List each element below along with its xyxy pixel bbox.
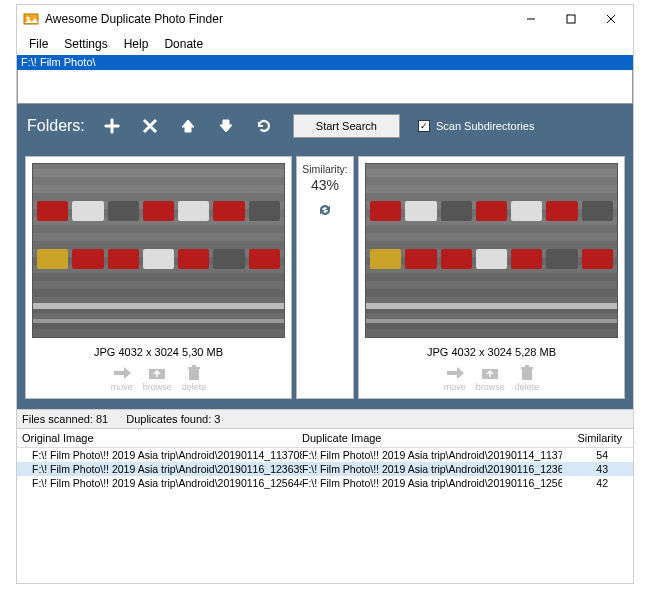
left-image-actions: move browse delete (111, 364, 207, 392)
check-icon: ✓ (418, 120, 430, 132)
right-browse-button[interactable]: browse (476, 364, 505, 392)
trash-icon (516, 364, 538, 382)
left-browse-button[interactable]: browse (143, 364, 172, 392)
table-row[interactable]: F:\! Film Photo\!! 2019 Asia trip\Androi… (17, 462, 633, 476)
window-controls (511, 6, 631, 32)
status-bar: Files scanned: 81 Duplicates found: 3 (17, 409, 633, 429)
similarity-column: Similarity: 43% (296, 156, 354, 399)
col-duplicate[interactable]: Duplicate Image (302, 432, 562, 444)
folder-up-icon (146, 364, 168, 382)
arrow-right-icon (111, 364, 133, 382)
results-header: Original Image Duplicate Image Similarit… (17, 429, 633, 448)
right-image-actions: move browse delete (444, 364, 540, 392)
undo-icon[interactable] (253, 115, 275, 137)
titlebar: Awesome Duplicate Photo Finder (17, 5, 633, 33)
right-image-meta: JPG 4032 x 3024 5,28 MB (427, 346, 556, 358)
cell-duplicate: F:\! Film Photo\!! 2019 Asia trip\Androi… (302, 449, 562, 461)
arrow-right-icon (444, 364, 466, 382)
left-image-preview[interactable] (32, 163, 285, 338)
menu-settings[interactable]: Settings (56, 35, 115, 53)
start-search-button[interactable]: Start Search (293, 114, 400, 138)
scan-subdirectories-checkbox[interactable]: ✓ Scan Subdirectories (418, 120, 534, 132)
col-original[interactable]: Original Image (22, 432, 302, 444)
cell-original: F:\! Film Photo\!! 2019 Asia trip\Androi… (22, 463, 302, 475)
app-window: Awesome Duplicate Photo Finder File Sett… (16, 4, 634, 584)
scan-subdirectories-label: Scan Subdirectories (436, 120, 534, 132)
cell-original: F:\! Film Photo\!! 2019 Asia trip\Androi… (22, 477, 302, 489)
toolbar: Folders: Start Search ✓ Scan Subdirector… (17, 104, 633, 148)
comparison-area: JPG 4032 x 3024 5,30 MB move browse dele… (17, 148, 633, 409)
minimize-button[interactable] (511, 6, 551, 32)
similarity-value: 43% (311, 177, 339, 193)
left-delete-button[interactable]: delete (182, 364, 207, 392)
left-image-panel: JPG 4032 x 3024 5,30 MB move browse dele… (25, 156, 292, 399)
cell-original: F:\! Film Photo\!! 2019 Asia trip\Androi… (22, 449, 302, 461)
cell-duplicate: F:\! Film Photo\!! 2019 Asia trip\Androi… (302, 463, 562, 475)
move-up-icon[interactable] (177, 115, 199, 137)
right-delete-button[interactable]: delete (515, 364, 540, 392)
svg-rect-3 (567, 15, 575, 23)
col-similarity[interactable]: Similarity (562, 432, 628, 444)
app-icon (23, 11, 39, 27)
files-scanned: Files scanned: 81 (22, 413, 108, 425)
folder-list-area[interactable] (17, 70, 633, 104)
right-move-button[interactable]: move (444, 364, 466, 392)
menubar: File Settings Help Donate (17, 33, 633, 55)
menu-donate[interactable]: Donate (156, 35, 211, 53)
cell-similarity: 43 (562, 463, 628, 475)
table-row[interactable]: F:\! Film Photo\!! 2019 Asia trip\Androi… (17, 448, 633, 462)
duplicates-found: Duplicates found: 3 (126, 413, 220, 425)
right-image-preview[interactable] (365, 163, 618, 338)
refresh-icon[interactable] (316, 201, 334, 223)
window-title: Awesome Duplicate Photo Finder (45, 12, 511, 26)
close-button[interactable] (591, 6, 631, 32)
menu-file[interactable]: File (21, 35, 56, 53)
results-table: F:\! Film Photo\!! 2019 Asia trip\Androi… (17, 448, 633, 490)
trash-icon (183, 364, 205, 382)
add-folder-icon[interactable] (101, 115, 123, 137)
cell-similarity: 42 (562, 477, 628, 489)
remove-folder-icon[interactable] (139, 115, 161, 137)
table-row[interactable]: F:\! Film Photo\!! 2019 Asia trip\Androi… (17, 476, 633, 490)
right-image-panel: JPG 4032 x 3024 5,28 MB move browse dele… (358, 156, 625, 399)
similarity-label: Similarity: (302, 163, 348, 175)
menu-help[interactable]: Help (116, 35, 157, 53)
folder-up-icon (479, 364, 501, 382)
folders-label: Folders: (27, 117, 85, 135)
left-move-button[interactable]: move (111, 364, 133, 392)
cell-duplicate: F:\! Film Photo\!! 2019 Asia trip\Androi… (302, 477, 562, 489)
cell-similarity: 54 (562, 449, 628, 461)
maximize-button[interactable] (551, 6, 591, 32)
left-image-meta: JPG 4032 x 3024 5,30 MB (94, 346, 223, 358)
selected-folder-path[interactable]: F:\! Film Photo\ (17, 55, 633, 70)
move-down-icon[interactable] (215, 115, 237, 137)
